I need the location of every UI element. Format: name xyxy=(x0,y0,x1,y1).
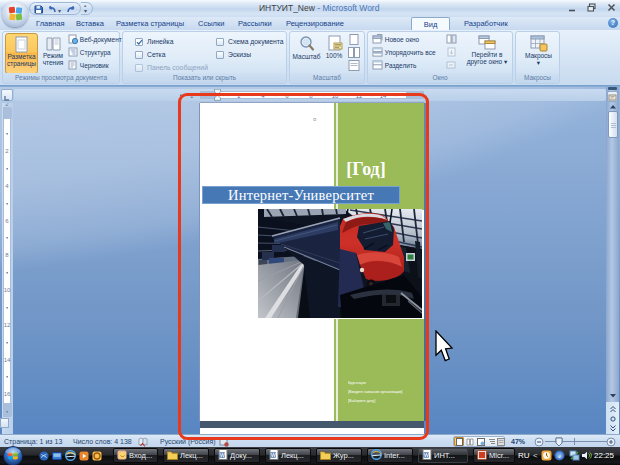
svg-text:4: 4 xyxy=(5,183,9,189)
svg-text:12: 12 xyxy=(4,322,11,328)
svg-text:2: 2 xyxy=(5,103,9,107)
svg-text:14: 14 xyxy=(4,357,11,363)
svg-text:6: 6 xyxy=(5,218,9,224)
svg-text:16: 16 xyxy=(4,391,11,397)
svg-text:10: 10 xyxy=(4,287,11,293)
svg-text:8: 8 xyxy=(5,252,9,258)
svg-text:e: e xyxy=(558,453,561,459)
svg-text:2: 2 xyxy=(5,148,9,154)
